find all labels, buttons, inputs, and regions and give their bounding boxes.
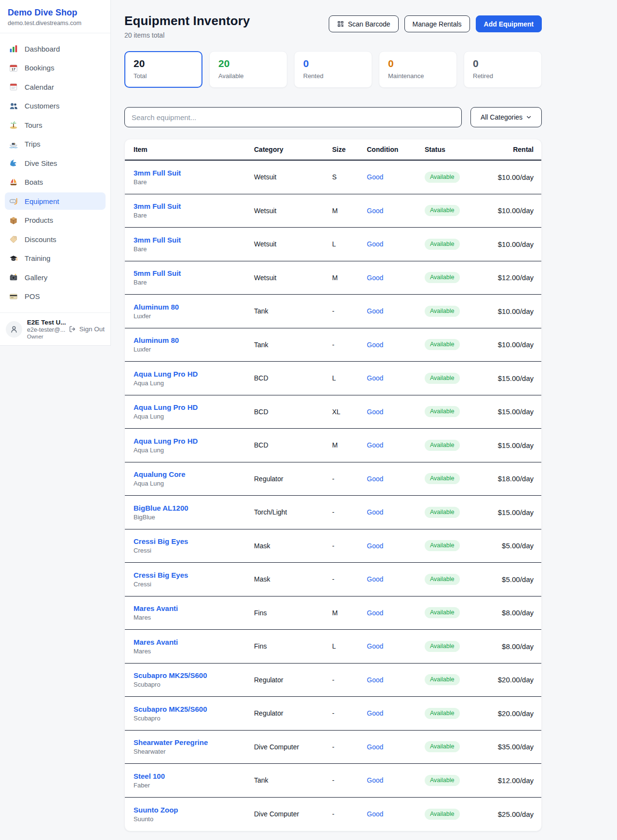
table-row: Mares Avanti Mares Fins M Good Available… <box>125 596 541 630</box>
item-name-link[interactable]: BigBlue AL1200 <box>134 504 254 512</box>
status-badge: Available <box>425 574 460 585</box>
item-name-link[interactable]: Scubapro MK25/S600 <box>134 705 254 713</box>
item-category: Fins <box>254 609 332 617</box>
sign-out-button[interactable]: Sign Out <box>69 325 105 333</box>
sidebar-item-boats[interactable]: Boats <box>5 174 106 191</box>
status-badge: Available <box>425 239 460 250</box>
item-name-link[interactable]: Scubapro MK25/S600 <box>134 671 254 679</box>
avatar <box>6 321 22 338</box>
item-condition-link[interactable]: Good <box>367 274 425 282</box>
sidebar-item-trips[interactable]: Trips <box>5 135 106 153</box>
item-condition-link[interactable]: Good <box>367 240 425 248</box>
sidebar-item-customers[interactable]: Customers <box>5 97 106 115</box>
item-size: - <box>332 542 367 550</box>
item-condition-link[interactable]: Good <box>367 709 425 717</box>
item-name-link[interactable]: Suunto Zoop <box>134 806 254 814</box>
sidebar-item-gallery[interactable]: Gallery <box>5 269 106 286</box>
scan-barcode-button[interactable]: Scan Barcode <box>329 15 399 32</box>
sidebar-item-label: Dashboard <box>25 45 60 53</box>
manage-rentals-button[interactable]: Manage Rentals <box>404 15 470 32</box>
item-condition-link[interactable]: Good <box>367 542 425 550</box>
item-brand: Luxfer <box>134 346 254 353</box>
item-condition-link[interactable]: Good <box>367 508 425 516</box>
item-condition-link[interactable]: Good <box>367 575 425 583</box>
stat-value: 0 <box>303 58 363 69</box>
sidebar-item-dashboard[interactable]: Dashboard <box>5 40 106 57</box>
item-rental-rate: $25.00/day <box>483 810 534 818</box>
item-condition-link[interactable]: Good <box>367 408 425 416</box>
user-box: E2E Test U... e2e-tester@... Owner Sign … <box>0 312 110 345</box>
package-icon <box>9 216 18 225</box>
table-row: Steel 100 Faber Tank - Good Available $1… <box>125 764 541 798</box>
item-rental-rate: $10.00/day <box>483 240 534 248</box>
sidebar-item-divesites[interactable]: Dive Sites <box>5 154 106 172</box>
sidebar-item-calendar[interactable]: Calendar <box>5 78 106 95</box>
sidebar-item-equipment[interactable]: Equipment <box>5 192 106 210</box>
item-condition-link[interactable]: Good <box>367 743 425 751</box>
item-condition-link[interactable]: Good <box>367 609 425 617</box>
item-name-link[interactable]: Aqua Lung Pro HD <box>134 437 254 445</box>
table-body: 3mm Full Suit Bare Wetsuit S Good Availa… <box>125 161 541 831</box>
item-name-link[interactable]: Shearwater Peregrine <box>134 738 254 746</box>
item-name-link[interactable]: Cressi Big Eyes <box>134 571 254 579</box>
sidebar-item-discounts[interactable]: Discounts <box>5 230 106 248</box>
item-condition-link[interactable]: Good <box>367 341 425 349</box>
sidebar-item-bookings[interactable]: Bookings <box>5 59 106 77</box>
item-size: M <box>332 274 367 282</box>
item-condition-link[interactable]: Good <box>367 207 425 215</box>
item-name-link[interactable]: Mares Avanti <box>134 604 254 612</box>
item-condition-link[interactable]: Good <box>367 441 425 449</box>
table-row: 3mm Full Suit Bare Wetsuit L Good Availa… <box>125 228 541 261</box>
bookings-calendar-icon <box>9 64 18 72</box>
item-condition-link[interactable]: Good <box>367 676 425 684</box>
item-category: Wetsuit <box>254 207 332 215</box>
item-size: - <box>332 307 367 315</box>
item-name-link[interactable]: Mares Avanti <box>134 638 254 646</box>
item-name-link[interactable]: 5mm Full Suit <box>134 269 254 277</box>
table-row: Shearwater Peregrine Shearwater Dive Com… <box>125 731 541 764</box>
category-select[interactable]: All Categories <box>470 107 542 127</box>
item-category: Mask <box>254 542 332 550</box>
stat-card-maintenance[interactable]: 0 Maintenance <box>379 51 457 88</box>
sidebar-item-training[interactable]: Training <box>5 250 106 267</box>
item-condition-link[interactable]: Good <box>367 374 425 382</box>
status-badge: Available <box>425 809 460 820</box>
user-email: e2e-tester@... <box>27 326 64 333</box>
stat-card-available[interactable]: 20 Available <box>209 51 287 88</box>
item-name-link[interactable]: 3mm Full Suit <box>134 169 254 177</box>
stat-value: 0 <box>473 58 533 69</box>
item-name-link[interactable]: Aqualung Core <box>134 470 254 478</box>
shop-name: Demo Dive Shop <box>8 8 103 18</box>
table-row: 3mm Full Suit Bare Wetsuit M Good Availa… <box>125 194 541 228</box>
stat-card-rented[interactable]: 0 Rented <box>294 51 372 88</box>
sidebar-item-tours[interactable]: Tours <box>5 116 106 134</box>
status-badge: Available <box>425 339 460 350</box>
item-condition-link[interactable]: Good <box>367 642 425 650</box>
sidebar-item-products[interactable]: Products <box>5 212 106 229</box>
item-name-link[interactable]: Aqua Lung Pro HD <box>134 403 254 411</box>
item-name-link[interactable]: Aluminum 80 <box>134 303 254 311</box>
item-brand: Faber <box>134 782 254 789</box>
item-name-link[interactable]: Aluminum 80 <box>134 336 254 344</box>
item-name-link[interactable]: Cressi Big Eyes <box>134 537 254 545</box>
item-size: M <box>332 609 367 617</box>
item-condition-link[interactable]: Good <box>367 776 425 784</box>
item-condition-link[interactable]: Good <box>367 475 425 483</box>
item-name-link[interactable]: 3mm Full Suit <box>134 236 254 244</box>
sidebar-item-pos[interactable]: POS <box>5 288 106 305</box>
add-equipment-button[interactable]: Add Equipment <box>476 15 542 32</box>
sidebar-item-label: Bookings <box>25 64 54 72</box>
column-header-status: Status <box>425 146 483 153</box>
item-rental-rate: $20.00/day <box>483 709 534 718</box>
item-name-link[interactable]: 3mm Full Suit <box>134 202 254 210</box>
item-condition-link[interactable]: Good <box>367 307 425 315</box>
item-condition-link[interactable]: Good <box>367 810 425 818</box>
item-name-link[interactable]: Aqua Lung Pro HD <box>134 370 254 378</box>
item-condition-link[interactable]: Good <box>367 173 425 181</box>
search-input[interactable] <box>124 107 462 127</box>
item-category: Dive Computer <box>254 810 332 818</box>
stat-card-total[interactable]: 20 Total <box>124 51 202 88</box>
item-name-link[interactable]: Steel 100 <box>134 772 254 780</box>
stat-label: Total <box>134 72 193 80</box>
stat-card-retired[interactable]: 0 Retired <box>464 51 542 88</box>
